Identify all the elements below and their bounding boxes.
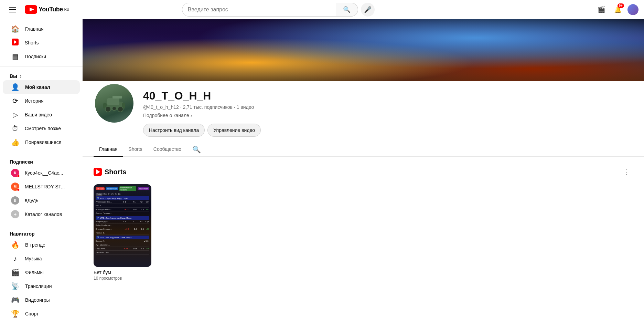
shorts-more-icon: ⋮	[623, 168, 630, 176]
sidebar-item-shorts[interactable]: Shorts	[3, 36, 80, 50]
channel-banner	[83, 19, 644, 81]
short-title: Бет бум	[94, 270, 151, 275]
mic-button[interactable]: 🎤	[361, 3, 375, 17]
short-views: 10 просмотров	[94, 276, 151, 281]
notifications-badge: 9+	[618, 3, 624, 8]
sidebar-item-trending[interactable]: 🔥 В тренде	[3, 238, 80, 252]
sidebar-item-liked[interactable]: 👍 Понравившиеся	[3, 135, 80, 149]
subscriptions-icon: ▤	[11, 52, 19, 61]
channel-actions: Настроить вид канала Управление видео	[143, 124, 633, 137]
shorts-more-button[interactable]: ⋮	[621, 165, 633, 179]
match3-player1: Катири А. ● 5 0	[96, 239, 149, 243]
catalog-icon: +	[11, 210, 19, 218]
match3-icon: 🎾	[97, 236, 99, 239]
notifications-button[interactable]: 🔔 9+	[611, 3, 625, 17]
sidebar-item-movies[interactable]: 🎬 Фильмы	[3, 266, 80, 279]
menu-button[interactable]	[6, 3, 19, 17]
match2-player1: Андрей Дудр... 1 1 T1 T2 Сум	[96, 220, 149, 224]
match3-player3: Рэди Като... ● 3 5 0 1.08 7.0 +18	[96, 247, 149, 251]
sidebar-label-movies: Фильмы	[25, 270, 44, 275]
sidebar-label-home: Главная	[25, 26, 43, 32]
filter-2h: 2ч	[111, 193, 114, 196]
your-videos-icon: ▷	[11, 111, 19, 119]
channel-avatar	[94, 83, 135, 124]
logo-ru: RU	[64, 8, 69, 11]
top-navigation: YouTubeRU 🔍 🎤 🎬 🔔 9+	[0, 0, 644, 19]
sidebar-item-vdud[interactable]: В вДудь	[3, 194, 80, 207]
sidebar-item-live[interactable]: 📡 Трансляции	[3, 279, 80, 293]
topnav-left: YouTubeRU	[6, 3, 69, 17]
search-input[interactable]	[188, 7, 330, 13]
youtube-logo-icon	[25, 5, 37, 14]
svg-point-10	[118, 106, 123, 112]
sidebar-label-history: История	[25, 98, 43, 104]
match1-player1: Александр Бер... 1 1 F1 F2 Сёт	[96, 200, 149, 204]
tab-community[interactable]: Сообщество	[148, 142, 187, 157]
tab-home[interactable]: Главная	[94, 142, 123, 157]
customize-channel-button[interactable]: Настроить вид канала	[143, 124, 205, 137]
sidebar-item-music[interactable]: ♪ Музыка	[3, 252, 80, 266]
short-thumbnail: Теннис Баскетбол Настольный теннис Волей…	[94, 184, 151, 267]
kuso-name: Кусо4ек__С4ас...	[25, 170, 63, 176]
sidebar-label-trending: В тренде	[25, 242, 45, 248]
movies-icon: 🎬	[11, 268, 20, 277]
match1-header: 🎾 ИТФ. Саут-Бенд. Хард. Пары	[96, 196, 149, 200]
sidebar-item-your-videos[interactable]: ▷ Ваши видео	[3, 108, 80, 122]
channel-more-link[interactable]: Подробнее о канале ›	[143, 113, 192, 118]
logo-text: YouTube	[39, 6, 63, 13]
channel-search-button[interactable]: 🔍	[190, 143, 204, 156]
sidebar-item-catalog[interactable]: + Каталог каналов	[3, 207, 80, 221]
short-card[interactable]: Теннис Баскетбол Настольный теннис Волей…	[94, 184, 151, 281]
search-icon: 🔍	[343, 6, 351, 13]
channel-name: 40_T_O_H_H	[143, 90, 633, 102]
channel-more-text: Подробнее о канале	[143, 113, 189, 118]
tab-shorts[interactable]: Shorts	[123, 142, 148, 157]
sidebar-item-history[interactable]: ⟳ История	[3, 94, 80, 108]
create-icon: 🎬	[598, 6, 605, 13]
sidebar-item-subscriptions[interactable]: ▤ Подписки	[3, 50, 80, 63]
shorts-title: Shorts	[94, 168, 126, 176]
sidebar-item-mellstroy[interactable]: M MELLSTROY ST...	[3, 180, 80, 194]
shorts-header: Shorts ⋮	[94, 165, 633, 179]
filter-12h: 12+	[118, 193, 121, 196]
my-channel-icon: 👤	[11, 83, 20, 91]
sidebar-item-home[interactable]: 🏠 Главная	[3, 22, 80, 36]
search-button[interactable]: 🔍	[336, 3, 358, 17]
you-section[interactable]: Вы ›	[0, 69, 83, 80]
sidebar-label-music: Музыка	[25, 256, 42, 261]
sidebar-item-games[interactable]: 🎮 Видеоигры	[3, 293, 80, 307]
match2-icon: 🎾	[97, 217, 99, 219]
channel-avatar-inner	[95, 84, 133, 123]
match1-player4: Адаттт Ганеши...	[96, 211, 149, 215]
sidebar: 🏠 Главная Shorts ▤ Подписки Вы › 👤 Мой к…	[0, 19, 83, 332]
match2-header: 🎾 ИТФ. Лос Анджелес. Хард. Пары	[96, 216, 149, 220]
channel-more-arrow: ›	[191, 113, 192, 118]
hamburger-icon	[6, 4, 19, 15]
sidebar-label-watch-later: Смотреть позже	[25, 126, 61, 131]
manage-videos-button[interactable]: Управление видео	[207, 124, 261, 137]
fst-filters: Лайв Все 1ч 2ч 4ч 12+	[96, 192, 149, 196]
mic-icon: 🎤	[364, 6, 372, 13]
svg-rect-5	[107, 98, 119, 105]
kuso-avatar: К	[11, 169, 19, 177]
logo[interactable]: YouTubeRU	[25, 5, 69, 14]
match3-player4: Джакомо Пии...	[96, 251, 149, 255]
sidebar-label-shorts: Shorts	[25, 40, 39, 45]
sidebar-label-your-videos: Ваши видео	[25, 112, 52, 117]
sidebar-item-watch-later[interactable]: ⏱ Смотреть позже	[3, 122, 80, 135]
sport-tennis: Теннис	[96, 187, 105, 190]
search-input-wrap	[182, 3, 336, 17]
shorts-section: Shorts ⋮ Теннис Баскетб	[83, 157, 644, 289]
match3-header: 🎾 ИТФ. Лос Анджелес. Хард. Поры	[96, 236, 149, 239]
sidebar-item-kuso[interactable]: К Кусо4ек__С4ас...	[3, 166, 80, 180]
sidebar-item-sport[interactable]: 🏆 Спорт	[3, 307, 80, 321]
create-button[interactable]: 🎬	[594, 3, 608, 17]
subscriptions-section: Подписки	[0, 155, 83, 166]
sidebar-item-my-channel[interactable]: 👤 Мой канал	[3, 80, 80, 94]
filter-live: Лайв	[96, 193, 103, 196]
fst-sports-header: Теннис Баскетбол Настольный теннис Волей…	[96, 186, 149, 192]
games-icon: 🎮	[11, 296, 20, 304]
main-content: 40_T_O_H_H @40_t_o_h_h12 · 2,71 тыс. под…	[83, 19, 644, 332]
avatar[interactable]	[627, 4, 638, 15]
sport-volleyball: Волейбол	[138, 187, 149, 190]
